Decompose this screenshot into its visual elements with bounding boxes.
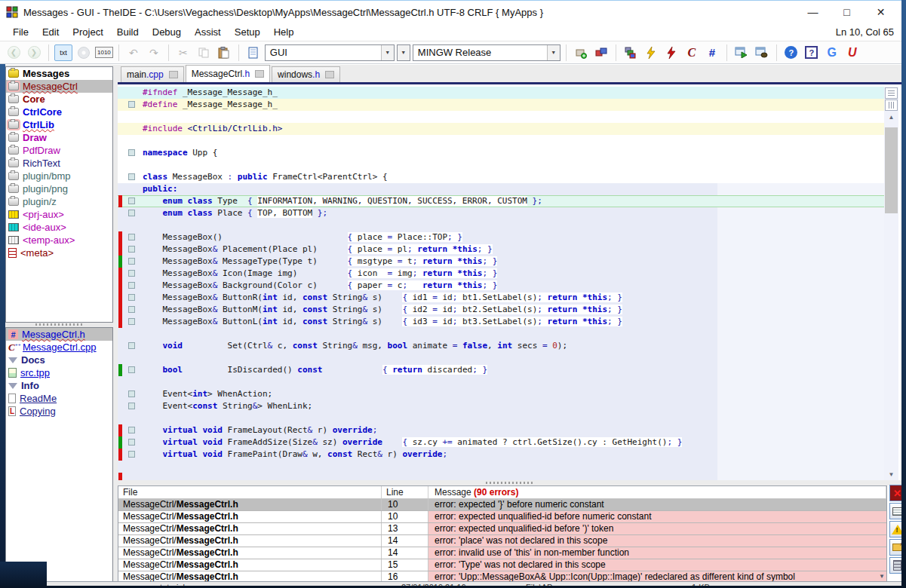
tab-messagectrl-h[interactable]: MessageCtrl.h [186,65,270,82]
code-line[interactable]: #include <CtrlLib/CtrlLib.h> [118,123,885,135]
file-item-docs[interactable]: Docs [6,354,112,366]
code-line[interactable]: #ifndef _Message_Message_h_ [118,87,885,99]
code-line[interactable] [118,473,885,480]
title-bar[interactable]: Messages - GUI - TheIDE - C:\Users\Vegac… [0,1,901,23]
edit-image-button[interactable] [75,44,93,62]
dropdown-arrow-icon[interactable]: ▼ [547,45,560,60]
code-line[interactable] [118,219,885,231]
google-search-button[interactable]: G [823,44,841,62]
code-line[interactable]: class MessageBox : public FrameCtrl<Pare… [118,171,885,183]
bookmarks-toggle-button[interactable] [885,87,898,99]
error-row[interactable]: MessageCtrl/MessageCtrl.h13error: expect… [118,523,886,535]
file-item-copying[interactable]: LCopying [6,405,112,418]
minimize-button[interactable]: — [796,1,830,23]
scroll-up-icon[interactable]: ▲ [885,112,898,123]
code-line[interactable]: MessageBox& Placement(Place pl) { place … [118,243,885,256]
packages-button[interactable] [592,44,610,62]
fold-toggle-icon[interactable] [128,234,135,240]
scrollbar-thumb[interactable] [885,127,898,213]
scroll-down-icon[interactable]: ▼ [885,469,898,480]
package-item-messagectrl[interactable]: MessageCtrl [6,80,112,93]
package-item--ide-aux-[interactable]: <ide-aux> [6,221,112,234]
menu-help[interactable]: Help [267,24,301,40]
sidebar-splitter[interactable] [5,322,113,327]
column-header-file[interactable]: File [118,486,382,498]
code-line[interactable]: namespace Upp { [118,147,885,159]
nav-back-button[interactable]: ❮ [5,44,23,62]
fold-toggle-icon[interactable] [128,403,135,409]
package-item-pdfdraw[interactable]: PdfDraw [6,144,112,157]
code-line[interactable]: MessageBox& ButtonR(int id, const String… [118,292,885,304]
error-row[interactable]: MessageCtrl/MessageCtrl.h15error: 'Type'… [118,559,886,571]
code-line[interactable]: MessageBox& MessageType(Type t) { msgtyp… [118,256,885,268]
fold-toggle-icon[interactable] [128,366,135,373]
tab-windows-h[interactable]: windows.h [272,66,340,82]
redo-button[interactable]: ↷ [145,44,163,62]
menu-edit[interactable]: Edit [35,24,66,40]
code-line[interactable]: public: [118,183,885,195]
package-item-plugin-bmp[interactable]: plugin/bmp [6,170,112,182]
fold-toggle-icon[interactable] [128,390,135,397]
tab-close-icon[interactable] [169,71,178,78]
upp-docs-button[interactable]: U [843,44,861,62]
error-row[interactable]: MessageCtrl/MessageCtrl.h10error: expect… [118,499,886,511]
code-line[interactable]: void Set(Ctrl& c, const String& msg, boo… [118,340,885,352]
tab-main-cpp[interactable]: main.cpp [121,66,184,82]
fold-toggle-icon[interactable] [128,306,135,313]
code-line[interactable]: virtual void FrameLayout(Rect& r) overri… [118,424,885,436]
error-row[interactable]: MessageCtrl/MessageCtrl.h14error: 'place… [118,535,886,547]
fold-toggle-icon[interactable] [128,270,135,277]
cut-button[interactable]: ✂ [174,44,192,62]
close-button[interactable]: ✕ [864,1,898,23]
add-package-button[interactable] [572,44,590,62]
tab-close-icon[interactable] [325,71,334,78]
package-item--prj-aux-[interactable]: <prj-aux> [6,208,112,221]
fold-toggle-icon[interactable] [128,427,135,433]
code-line[interactable]: MessageBox& Icon(Image img) { icon = img… [118,268,885,280]
code-line[interactable]: #define _Message_Message_h_ [118,99,885,111]
nav-forward-button[interactable]: ❯ [25,44,43,62]
package-item-richtext[interactable]: RichText [6,157,112,170]
main-package-combo[interactable]: GUI ▼ [265,44,395,61]
file-item-src-tpp[interactable]: src.tpp [6,366,112,379]
copy-button[interactable] [195,44,213,62]
menu-debug[interactable]: Debug [146,24,188,40]
help-button[interactable]: ? [782,44,800,62]
error-row[interactable]: MessageCtrl/MessageCtrl.h14error: invali… [118,547,886,559]
editor-errors-splitter[interactable] [118,480,901,485]
code-line[interactable]: Event<int> WhenAction; [118,388,885,400]
build-button[interactable] [622,44,640,62]
fold-toggle-icon[interactable] [128,342,135,349]
code-line[interactable]: Event<const String&> WhenLink; [118,400,885,412]
package-item-draw[interactable]: Draw [6,131,112,144]
dropdown-arrow-icon[interactable]: ▼ [381,45,394,60]
fold-toggle-icon[interactable] [128,258,135,265]
code-line[interactable]: virtual void FramePaint(Draw& w, const R… [118,449,885,461]
fold-toggle-icon[interactable] [128,439,135,446]
edit-text-file-button[interactable]: txt [54,44,72,61]
code-line[interactable]: bool IsDiscarded() const { return discar… [118,364,885,376]
fold-toggle-icon[interactable] [128,173,135,180]
package-item-ctrllib[interactable]: CtrlLib [6,118,112,131]
code-line[interactable]: virtual void FrameAddSize(Size& sz) over… [118,436,885,449]
edit-binary-button[interactable]: 1010 [95,47,113,58]
code-line[interactable]: MessageBox() { place = Place::TOP; } [118,231,885,243]
menu-build[interactable]: Build [110,24,146,40]
package-item--temp-aux-[interactable]: <temp-aux> [6,234,112,247]
package-item-plugin-png[interactable]: plugin/png [6,182,112,195]
maximize-button[interactable]: □ [830,1,864,23]
code-editor[interactable]: #ifndef _Message_Message_h_#define _Mess… [118,87,901,480]
package-item-messages[interactable]: Messages [6,67,112,80]
clean-build-button[interactable] [662,44,680,62]
code-line[interactable] [118,328,885,340]
build-method-combo[interactable]: MINGW Release ▼ [413,44,560,61]
errors-scroll-down-icon[interactable]: ▼ [879,573,885,580]
package-item-core[interactable]: Core [6,93,112,106]
code-line[interactable]: MessageBox& ButtonM(int id, const String… [118,304,885,316]
preprocess-button[interactable]: C [683,44,701,62]
open-file-button[interactable] [244,44,263,62]
code-line[interactable] [118,352,885,364]
file-item-messagectrl-cpp[interactable]: C++MessageCtrl.cpp [6,341,112,354]
code-line[interactable]: MessageBox& Background(Color c) { paper … [118,280,885,292]
menu-project[interactable]: Project [66,24,109,40]
